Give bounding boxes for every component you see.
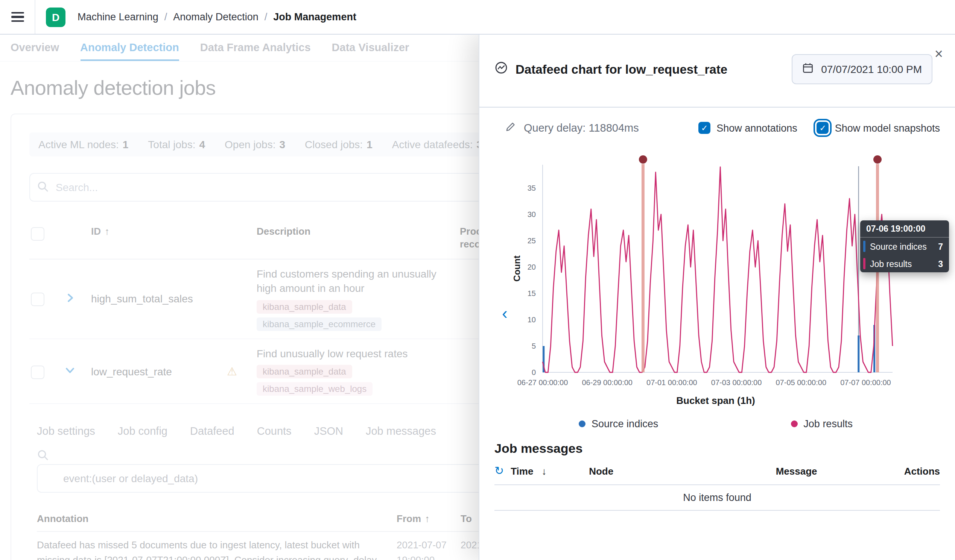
screen: D Machine Learning / Anomaly Detection /… xyxy=(0,0,955,560)
query-delay-label: Query delay: 118804ms xyxy=(524,122,639,134)
svg-text:Count: Count xyxy=(512,255,522,281)
datafeed-chart: 0510152025303506-27 00:00:0006-29 00:00:… xyxy=(512,153,955,430)
svg-text:0: 0 xyxy=(532,368,536,377)
svg-text:07-05 00:00:00: 07-05 00:00:00 xyxy=(775,379,826,386)
breadcrumb-anomaly-detection[interactable]: Anomaly Detection xyxy=(173,11,258,23)
svg-text:5: 5 xyxy=(532,342,536,350)
legend-dot xyxy=(791,421,797,427)
svg-text:06-29 00:00:00: 06-29 00:00:00 xyxy=(582,379,632,386)
datepicker-button[interactable]: 07/07/2021 10:00 PM xyxy=(792,54,932,84)
query-delay: Query delay: 118804ms xyxy=(505,121,639,135)
column-message[interactable]: Message xyxy=(713,465,880,477)
svg-text:07-01 00:00:00: 07-01 00:00:00 xyxy=(647,379,697,386)
series-color-bar xyxy=(863,258,866,269)
datafeed-chart-flyout: × Datafeed chart for low_request_rate 07… xyxy=(479,34,955,560)
edit-icon xyxy=(505,121,516,135)
show-model-snapshots-checkbox[interactable]: ✓ Show model snapshots xyxy=(817,122,940,134)
svg-text:20: 20 xyxy=(528,263,536,271)
x-axis-label: Bucket span (1h) xyxy=(512,395,919,406)
tooltip-row: Job results 3 xyxy=(860,255,949,272)
sort-desc-icon: ↓ xyxy=(542,465,546,477)
breadcrumb-separator: / xyxy=(265,11,268,23)
legend-job-results[interactable]: Job results xyxy=(791,418,853,430)
flyout-header: Datafeed chart for low_request_rate 07/0… xyxy=(479,34,955,107)
breadcrumb: Machine Learning / Anomaly Detection / J… xyxy=(78,11,356,23)
refresh-icon[interactable]: ↻ xyxy=(495,464,504,478)
empty-table-message: No items found xyxy=(495,485,940,511)
chart-tooltip: 07-06 19:00:00 Source indices 7 Job resu… xyxy=(860,221,949,272)
legend-source-indices[interactable]: Source indices xyxy=(579,418,658,430)
svg-text:07-07 00:00:00: 07-07 00:00:00 xyxy=(840,379,891,386)
datafeed-chart-plot: 0510152025303506-27 00:00:0006-29 00:00:… xyxy=(512,153,919,390)
legend-dot xyxy=(579,421,586,427)
svg-text:10: 10 xyxy=(528,316,536,324)
svg-text:35: 35 xyxy=(528,184,536,192)
breadcrumb-separator: / xyxy=(164,11,168,23)
column-time[interactable]: Time↓ xyxy=(510,465,589,477)
tooltip-time: 07-06 19:00:00 xyxy=(860,221,949,238)
svg-text:25: 25 xyxy=(528,236,536,245)
checkbox-checked-icon: ✓ xyxy=(817,122,829,134)
svg-text:15: 15 xyxy=(528,289,536,297)
calendar-icon xyxy=(802,63,814,76)
flyout-title: Datafeed chart for low_request_rate xyxy=(515,62,727,77)
show-annotations-checkbox[interactable]: ✓ Show annotations xyxy=(698,122,797,134)
chart-legend: Source indices Job results xyxy=(512,418,919,430)
tooltip-row: Source indices 7 xyxy=(860,238,949,255)
svg-text:07-03 00:00:00: 07-03 00:00:00 xyxy=(711,379,762,386)
svg-text:30: 30 xyxy=(528,210,536,219)
series-color-bar xyxy=(863,241,866,252)
column-actions: Actions xyxy=(880,465,940,477)
column-node[interactable]: Node xyxy=(589,465,713,477)
datepicker-value: 07/07/2021 10:00 PM xyxy=(821,63,922,75)
checkbox-checked-icon: ✓ xyxy=(698,122,711,134)
job-messages-header: ↻ Time↓ Node Message Actions xyxy=(495,464,940,485)
job-messages-section: Job messages ↻ Time↓ Node Message Action… xyxy=(479,441,955,511)
datafeed-chart-icon xyxy=(495,61,508,77)
breadcrumb-machine-learning[interactable]: Machine Learning xyxy=(78,11,158,23)
close-icon[interactable]: × xyxy=(930,42,947,66)
job-messages-title: Job messages xyxy=(495,441,940,457)
breadcrumb-job-management: Job Management xyxy=(273,11,356,23)
top-header: D Machine Learning / Anomaly Detection /… xyxy=(0,0,955,34)
menu-icon[interactable] xyxy=(0,0,35,34)
chevron-left-icon[interactable]: ‹ xyxy=(498,302,512,325)
chart-controls: Query delay: 118804ms ✓ Show annotations… xyxy=(479,108,955,135)
space-avatar[interactable]: D xyxy=(46,7,66,27)
svg-text:06-27 00:00:00: 06-27 00:00:00 xyxy=(517,379,568,386)
